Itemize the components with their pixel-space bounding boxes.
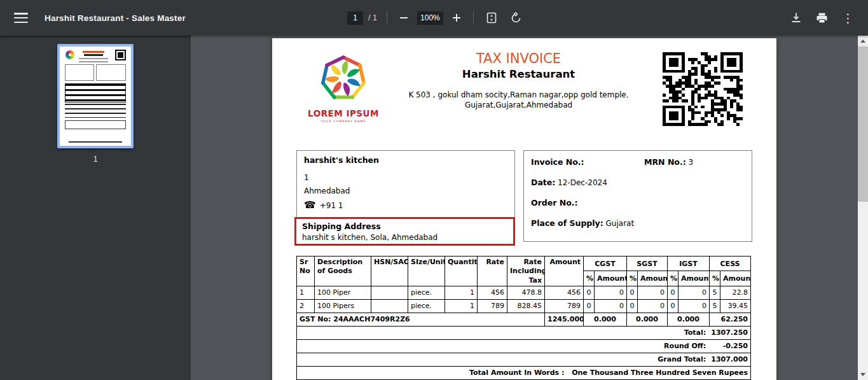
order-number-row: Order No.: [531, 197, 745, 209]
zoom-out-button[interactable] [397, 11, 411, 25]
download-icon [790, 12, 802, 24]
page-count-label: / 1 [368, 13, 377, 22]
shipping-address-highlight: Shipping Address harshit s kitchen, Sola… [294, 217, 515, 246]
customer-name: harshit's kitchen [304, 155, 507, 165]
round-off-value: -0.250 [708, 342, 748, 350]
print-button[interactable] [813, 10, 830, 27]
thumbnail-panel: 1 [0, 36, 191, 380]
round-off-row: Round Off: -0.250 [297, 339, 751, 353]
thumbnail-title-line [83, 51, 104, 53]
fit-page-icon [486, 12, 497, 24]
amount-in-words-row: Total Amount In Words : One Thousand Thr… [297, 366, 751, 379]
item-row: 1 100 Piper piece. 1 456 478.8 456 0 0 0… [297, 286, 751, 299]
invoice-meta-box: Invoice No.: MRN No.: 3 Date: 12-Dec-202… [523, 150, 752, 242]
toolbar-right-controls: ⋮ [788, 0, 857, 36]
menu-icon[interactable] [14, 13, 28, 23]
plus-icon [452, 13, 461, 22]
more-options-button[interactable]: ⋮ [839, 10, 857, 27]
customer-address-line2: Ahmedabad [304, 185, 507, 198]
gst-summary-row: GST No: 24AAACH7409R2Z6 1245.000 0.000 0… [297, 313, 751, 326]
invoice-number-row: Invoice No.: MRN No.: 3 [531, 156, 745, 169]
scroll-down-icon [860, 373, 865, 376]
items-table: Sr No Description of Goods HSN/SAC SIze/… [296, 256, 751, 380]
grand-total-value: 1307.000 [708, 355, 748, 363]
thumbnail-preview [60, 46, 131, 146]
amount-in-words-value: One Thousand Three Hundred Seven Rupees [572, 369, 748, 377]
invoice-page: LOREM IPSUM YOUR COMPANY NAME TAX INVOIC… [272, 38, 776, 380]
pdf-toolbar: Harshit Restaurant - Sales Master / 1 10… [0, 0, 868, 36]
logo-subtext: YOUR COMPANY NAME [302, 120, 385, 123]
zoom-in-button[interactable] [450, 11, 464, 25]
item-row: 2 100 Pipers piece. 1 789 828.45 789 0 0… [297, 299, 751, 313]
download-button[interactable] [788, 10, 804, 26]
igst-total: 0.000 [668, 313, 710, 326]
customer-phone: ☎+91 1 [304, 198, 507, 213]
viewer-content: 1 LOREM IPSUM YOUR COMPANY NAME TAX INVO… [0, 36, 868, 380]
shipping-address-value: harshit s kitchen, Sola, Ahmedabad [302, 232, 507, 243]
gst-number: GST No: 24AAACH7409R2Z6 [297, 313, 545, 326]
place-of-supply-value: Gujarat [606, 219, 635, 228]
thumbnail-qr [115, 50, 126, 60]
fit-to-page-button[interactable] [483, 10, 500, 26]
invoice-date-value: 12-Dec-2024 [558, 178, 607, 187]
print-icon [816, 12, 828, 24]
mrn-number-row: MRN No.: 3 [644, 156, 693, 169]
invoice-header: TAX INVOICE Harshit Restaurant K 503 , g… [377, 51, 660, 110]
company-name: Harshit Restaurant [377, 68, 660, 80]
table-header-row: Sr No Description of Goods HSN/SAC SIze/… [297, 257, 751, 271]
total-value: 1307.250 [708, 328, 748, 337]
mrn-number-value: 3 [689, 158, 694, 167]
vertical-scrollbar[interactable] [858, 36, 868, 380]
toolbar-center-controls: / 1 100% [347, 0, 525, 36]
qr-code [663, 52, 743, 126]
rotate-button[interactable] [507, 10, 525, 27]
total-row: Total: 1307.250 [297, 326, 751, 339]
document-title: Harshit Restaurant - Sales Master [45, 13, 186, 23]
invoice-date-row: Date: 12-Dec-2024 [531, 176, 745, 189]
cess-total: 62.250 [710, 313, 751, 326]
thumbnail-logo [65, 50, 74, 59]
scroll-up-button[interactable] [858, 36, 868, 46]
gst-amount-total: 1245.000 [545, 313, 584, 326]
logo-text: LOREM IPSUM [302, 108, 385, 118]
page-thumbnail[interactable] [57, 44, 134, 148]
page-number-input[interactable] [347, 11, 363, 25]
shipping-address-label: Shipping Address [302, 220, 507, 232]
company-address: K 503 , gokul dham socity,Raman nagar,op… [377, 90, 660, 110]
sgst-total: 0.000 [627, 313, 668, 326]
toolbar-divider [473, 11, 474, 25]
logo-pinwheel-icon [320, 55, 367, 102]
rotate-icon [510, 12, 522, 24]
pdf-viewer-area: LOREM IPSUM YOUR COMPANY NAME TAX INVOIC… [191, 36, 858, 380]
invoice-title: TAX INVOICE [377, 51, 660, 66]
toolbar-divider [387, 11, 387, 25]
scroll-up-icon [860, 39, 865, 43]
company-logo: LOREM IPSUM YOUR COMPANY NAME [302, 55, 385, 123]
thumbnail-page-number: 1 [0, 154, 191, 164]
grand-total-row: Grand Total: 1307.000 [297, 353, 751, 366]
minus-icon [399, 13, 408, 22]
customer-address-line1: 1 [304, 171, 507, 185]
cgst-total: 0.000 [584, 313, 627, 326]
scroll-down-button[interactable] [858, 369, 868, 380]
phone-icon: ☎ [304, 199, 316, 211]
zoom-level-value[interactable]: 100% [417, 11, 443, 25]
scrollbar-thumb[interactable] [858, 46, 868, 202]
place-of-supply-row: Place of Supply: Gujarat [531, 217, 745, 230]
